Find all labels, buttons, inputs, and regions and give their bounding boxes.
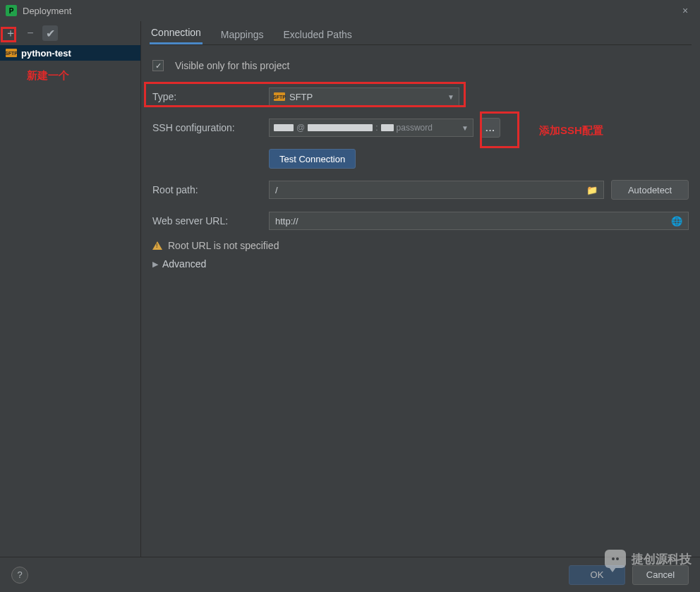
autodetect-button[interactable]: Autodetect xyxy=(611,180,689,200)
type-row: Type: SFTP SFTP ▼ xyxy=(152,85,689,109)
visible-only-row: ✓ Visible only for this project xyxy=(152,54,689,78)
advanced-expander[interactable]: ▶ Advanced xyxy=(152,258,689,270)
server-tree: SFTP python-test xyxy=(0,45,140,557)
chevron-right-icon: ▶ xyxy=(152,260,158,269)
remove-button[interactable]: − xyxy=(23,25,38,41)
web-url-input[interactable]: http:// 🌐 xyxy=(269,212,689,230)
visible-only-checkbox[interactable]: ✓ xyxy=(152,60,164,71)
tab-connection[interactable]: Connection xyxy=(150,23,203,44)
ssh-config-select[interactable]: @ : password ▼ xyxy=(269,119,473,137)
type-select[interactable]: SFTP SFTP ▼ xyxy=(269,87,459,106)
root-path-label: Root path: xyxy=(152,184,262,195)
root-path-value: / xyxy=(275,185,278,195)
globe-icon[interactable]: 🌐 xyxy=(671,216,682,226)
ssh-config-row: SSH configuration: @ : password ▼ ... xyxy=(152,116,689,140)
root-path-row: Root path: / 📁 Autodetect xyxy=(152,178,689,202)
warning-text: Root URL is not specified xyxy=(168,240,279,251)
advanced-label: Advanced xyxy=(162,258,206,270)
warning-row: Root URL is not specified xyxy=(152,240,689,251)
content-area: Connection Mappings Excluded Paths ✓ Vis… xyxy=(141,21,700,557)
chevron-down-icon: ▼ xyxy=(461,124,469,132)
tab-excluded-paths[interactable]: Excluded Paths xyxy=(282,25,354,44)
sidebar-toolbar: ＋ − ✔ xyxy=(0,21,140,45)
ssh-config-value: @ : password xyxy=(274,123,433,133)
sidebar: ＋ − ✔ SFTP python-test xyxy=(0,21,141,557)
visible-only-label: Visible only for this project xyxy=(175,60,289,71)
server-item-python-test[interactable]: SFTP python-test xyxy=(0,45,140,61)
test-connection-button[interactable]: Test Connection xyxy=(269,149,356,169)
folder-icon[interactable]: 📁 xyxy=(586,185,598,195)
server-item-label: python-test xyxy=(21,48,71,59)
ok-button[interactable]: OK xyxy=(569,565,625,585)
web-url-row: Web server URL: http:// 🌐 xyxy=(152,209,689,233)
type-value: SFTP xyxy=(289,92,313,102)
title-bar: P Deployment × xyxy=(0,0,700,21)
close-button[interactable]: × xyxy=(676,4,694,18)
type-label: Type: xyxy=(152,91,262,102)
bottom-bar: ? OK Cancel xyxy=(0,557,700,592)
help-button[interactable]: ? xyxy=(11,567,28,584)
chevron-down-icon: ▼ xyxy=(447,93,454,101)
test-connection-row: Test Connection xyxy=(152,147,689,171)
sftp-icon: SFTP xyxy=(274,92,285,101)
window-title: Deployment xyxy=(23,6,676,16)
tab-mappings[interactable]: Mappings xyxy=(219,25,265,44)
add-button[interactable]: ＋ xyxy=(3,25,18,41)
ssh-config-browse-button[interactable]: ... xyxy=(481,118,500,138)
sftp-icon: SFTP xyxy=(6,49,17,57)
ssh-config-label: SSH configuration: xyxy=(152,122,262,133)
app-icon: P xyxy=(6,5,17,16)
set-default-button[interactable]: ✔ xyxy=(42,25,58,41)
cancel-button[interactable]: Cancel xyxy=(632,565,689,585)
connection-panel: ✓ Visible only for this project Type: SF… xyxy=(150,45,692,557)
web-url-label: Web server URL: xyxy=(152,215,262,226)
root-path-input[interactable]: / 📁 xyxy=(269,181,604,199)
web-url-value: http:// xyxy=(275,216,298,226)
warning-icon xyxy=(152,241,162,250)
tabs: Connection Mappings Excluded Paths xyxy=(150,21,692,45)
